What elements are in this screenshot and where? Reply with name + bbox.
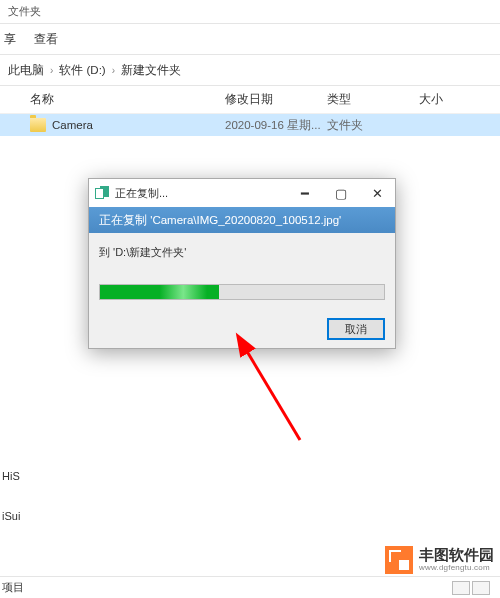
breadcrumb-folder[interactable]: 新建文件夹 <box>121 63 181 78</box>
chevron-right-icon: › <box>50 65 53 76</box>
dialog-dest-text: 到 'D:\新建文件夹' <box>99 245 385 260</box>
progress-fill <box>100 285 219 299</box>
dialog-title: 正在复制... <box>115 186 287 201</box>
col-header-type[interactable]: 类型 <box>327 92 419 107</box>
file-name: Camera <box>52 119 225 131</box>
copy-icon <box>95 186 110 201</box>
watermark-sub: www.dgfengtu.com <box>419 564 494 573</box>
column-headers: 名称 修改日期 类型 大小 <box>0 86 500 114</box>
dialog-header-text: 正在复制 'Camera\IMG_20200820_100512.jpg' <box>89 207 395 233</box>
watermark: 丰图软件园 www.dgfengtu.com <box>385 546 494 574</box>
status-text: 项目 <box>2 580 24 595</box>
close-button[interactable]: ✕ <box>359 179 395 207</box>
ribbon-bar: 享 查看 <box>0 24 500 54</box>
sidebar-item-1[interactable]: HiS <box>0 464 34 488</box>
view-thumbnails-icon[interactable] <box>472 581 490 595</box>
maximize-button[interactable]: ▢ <box>323 179 359 207</box>
view-details-icon[interactable] <box>452 581 470 595</box>
sidebar-item-2[interactable]: iSui <box>0 504 34 528</box>
folder-icon <box>30 118 46 132</box>
dialog-titlebar[interactable]: 正在复制... ━ ▢ ✕ <box>89 179 395 207</box>
copy-dialog: 正在复制... ━ ▢ ✕ 正在复制 'Camera\IMG_20200820_… <box>88 178 396 349</box>
svg-line-0 <box>245 348 300 440</box>
watermark-logo-icon <box>385 546 413 574</box>
file-list[interactable]: Camera 2020-09-16 星期... 文件夹 <box>0 114 500 136</box>
watermark-text: 丰图软件园 <box>419 547 494 564</box>
status-bar: 项目 <box>0 576 500 598</box>
table-row[interactable]: Camera 2020-09-16 星期... 文件夹 <box>0 114 500 136</box>
col-header-date[interactable]: 修改日期 <box>225 92 327 107</box>
window-tab-label: 文件夹 <box>0 0 500 23</box>
col-header-name[interactable]: 名称 <box>30 92 225 107</box>
cancel-button[interactable]: 取消 <box>327 318 385 340</box>
chevron-right-icon: › <box>112 65 115 76</box>
ribbon-share[interactable]: 享 <box>4 32 16 47</box>
progress-bar <box>99 284 385 300</box>
file-date: 2020-09-16 星期... <box>225 118 327 133</box>
col-header-size[interactable]: 大小 <box>419 92 479 107</box>
minimize-button[interactable]: ━ <box>287 179 323 207</box>
ribbon-view[interactable]: 查看 <box>34 32 58 47</box>
breadcrumb-drive[interactable]: 软件 (D:) <box>59 63 105 78</box>
breadcrumb-root[interactable]: 此电脑 <box>8 63 44 78</box>
breadcrumb[interactable]: 此电脑 › 软件 (D:) › 新建文件夹 <box>0 55 500 85</box>
file-type: 文件夹 <box>327 118 419 133</box>
